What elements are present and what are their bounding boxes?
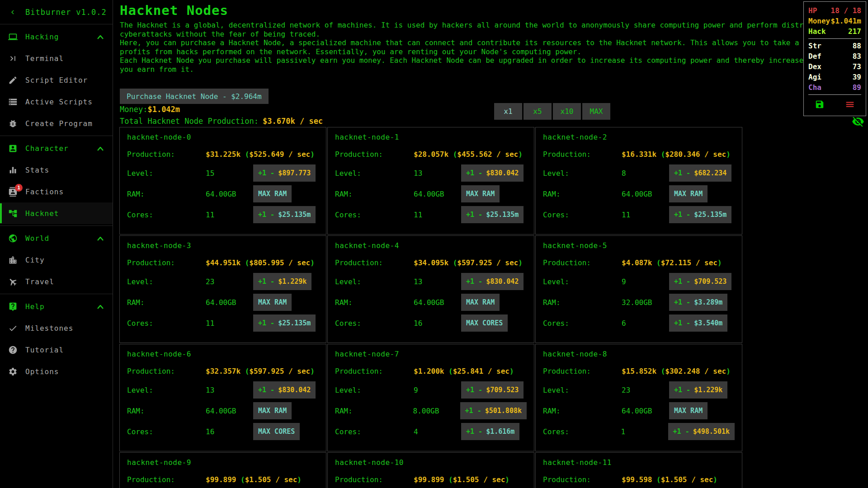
production-total: $99.598 [622, 475, 652, 484]
production-total: $99.899 [206, 475, 236, 484]
node-name: hacknet-node-9 [127, 458, 319, 469]
upgrade-ram-button[interactable]: MAX RAM [461, 294, 500, 311]
sidebar-item-travel[interactable]: Travel [0, 271, 113, 292]
upgrade-ram-button[interactable]: +1 - $3.289m [669, 294, 727, 311]
production-rate: $302.248 / sec [665, 367, 726, 375]
production-label: Production: [543, 475, 622, 484]
upgrade-ram-button[interactable]: MAX RAM [253, 402, 292, 419]
upgrade-cores-button[interactable]: MAX CORES [253, 423, 300, 440]
sidebar-header-world[interactable]: World [0, 227, 113, 249]
production-rate: $1.505 / sec [245, 475, 297, 484]
upgrade-cores-button[interactable]: +1 - $498.501k [668, 423, 735, 440]
level-label: Level: [335, 169, 414, 178]
upgrade-level-button[interactable]: +1 - $830.042 [253, 381, 316, 399]
sidebar-item-milestones[interactable]: Milestones [0, 317, 113, 339]
upgrade-cores-button[interactable]: +1 - $1.616m [461, 423, 519, 440]
chevron-up-icon [97, 33, 104, 41]
sidebar-item-active-scripts[interactable]: Active Scripts [0, 91, 113, 113]
item-label: Factions [25, 188, 113, 196]
sidebar-item-options[interactable]: Options [0, 361, 113, 382]
upgrade-level-button[interactable]: +1 - $830.042 [461, 164, 524, 182]
cha-value: 89 [853, 83, 861, 92]
upgrade-ram-button[interactable]: MAX RAM [669, 402, 708, 419]
upgrade-cores-button[interactable]: +1 - $3.540m [669, 314, 727, 332]
production-rate: $1.505 / sec [453, 475, 505, 484]
cores-label: Cores: [543, 319, 622, 328]
sidebar-header-help[interactable]: Help [0, 296, 113, 317]
sidebar-item-stats[interactable]: Stats [0, 159, 113, 181]
upgrade-cores-button[interactable]: +1 - $25.135m [461, 206, 524, 223]
sidebar-item-hacknet[interactable]: Hacknet [0, 202, 113, 224]
upgrade-cores-button[interactable]: +1 - $25.135m [253, 314, 316, 332]
collapse-sidebar-icon[interactable] [0, 8, 25, 16]
upgrade-cores-button[interactable]: +1 - $25.135m [669, 206, 731, 223]
upgrade-ram-button[interactable]: MAX RAM [669, 185, 708, 202]
upgrade-plus-label: +1 - [258, 319, 274, 327]
multiplier-x10-button[interactable]: x10 [553, 103, 581, 120]
multiplier-x1-button[interactable]: x1 [494, 103, 522, 120]
upgrade-price: $25.135m [486, 211, 519, 219]
node-level-row: Level: 9 +1 - $709.523 [543, 273, 735, 290]
upgrade-price: MAX CORES [466, 319, 503, 327]
node-name: hacknet-node-5 [543, 241, 735, 252]
sidebar-item-tutorial[interactable]: Tutorial [0, 339, 113, 361]
sidebar-header-character[interactable]: Character [0, 137, 113, 159]
bug-icon [0, 119, 25, 128]
upgrade-level-button[interactable]: +1 - $897.773 [253, 164, 316, 182]
str-label: Str [808, 42, 821, 50]
factions-card-icon: 1 [0, 187, 25, 197]
multiplier-max-button[interactable]: MAX [582, 103, 610, 120]
upgrade-level-button[interactable]: +1 - $682.234 [669, 164, 731, 182]
def-label: Def [808, 52, 821, 61]
upgrade-ram-button[interactable]: MAX RAM [253, 185, 292, 202]
hp-label: HP [808, 6, 817, 15]
upgrade-ram-button[interactable]: +1 - $501.808k [460, 402, 527, 419]
save-game-icon[interactable] [815, 99, 825, 111]
drag-handle-icon[interactable] [845, 99, 855, 111]
sidebar-item-terminal[interactable]: Terminal [0, 47, 113, 69]
cores-value: 1 [621, 427, 668, 436]
node-ram-row: RAM: 32.00GB +1 - $3.289m [543, 294, 735, 311]
overview-dex-row: Dex 73 [808, 61, 861, 72]
production-value: $32.357k ($597.925 / sec) [206, 367, 253, 375]
upgrade-ram-button[interactable]: MAX RAM [253, 294, 292, 311]
sidebar-item-city[interactable]: City [0, 249, 113, 271]
upgrade-price: $501.808k [485, 407, 522, 415]
upgrade-level-button[interactable]: +1 - $1.229k [669, 381, 727, 399]
eye-off-icon[interactable] [852, 115, 864, 130]
sidebar-item-create-program[interactable]: Create Program [0, 113, 113, 134]
sidebar-item-script-editor[interactable]: Script Editor [0, 69, 113, 91]
upgrade-price: $3.289m [694, 298, 722, 306]
factions-badge: 1 [15, 184, 23, 192]
sidebar-item-factions[interactable]: 1 Factions [0, 181, 113, 202]
upgrade-level-button[interactable]: +1 - $709.523 [461, 381, 524, 399]
upgrade-cores-button[interactable]: MAX CORES [461, 314, 508, 332]
production-value: $99.598 ($1.505 / sec) [622, 475, 669, 484]
node-level-row: Level: 13 +1 - $830.042 [335, 164, 527, 182]
production-value: $99.899 ($1.505 / sec) [206, 475, 253, 484]
upgrade-price: MAX RAM [466, 298, 495, 306]
money-label: Money: [120, 105, 147, 114]
paren-open: ( [652, 258, 660, 267]
upgrade-level-button[interactable]: +1 - $1.229k [253, 273, 311, 290]
node-level-row: Level: 23 +1 - $1.229k [127, 273, 319, 290]
cores-value: 11 [206, 211, 253, 219]
paren-open: ( [241, 367, 249, 375]
upgrade-level-button[interactable]: +1 - $709.523 [669, 273, 731, 290]
upgrade-plus-label: +1 - [674, 319, 690, 327]
level-label: Level: [543, 386, 622, 394]
production-rate: $25.841 / sec [453, 367, 509, 375]
production-label: Production: [127, 150, 206, 159]
upgrade-ram-button[interactable]: MAX RAM [461, 185, 500, 202]
item-label: Travel [25, 277, 113, 286]
total-production-line: Total Hacknet Node Production:$3.670k / … [120, 117, 323, 126]
cores-value: 4 [414, 427, 461, 436]
sidebar-header-hacking[interactable]: Hacking [0, 26, 113, 47]
production-rate: $72.115 / sec [661, 258, 717, 267]
upgrade-level-button[interactable]: +1 - $830.042 [461, 273, 524, 290]
purchase-hacknet-node-button[interactable]: Purchase Hacknet Node - $2.964m [120, 89, 269, 104]
production-value: $31.225k ($525.649 / sec) [206, 150, 253, 159]
multiplier-x5-button[interactable]: x5 [524, 103, 552, 120]
upgrade-plus-label: +1 - [674, 277, 690, 286]
upgrade-cores-button[interactable]: +1 - $25.135m [253, 206, 316, 223]
